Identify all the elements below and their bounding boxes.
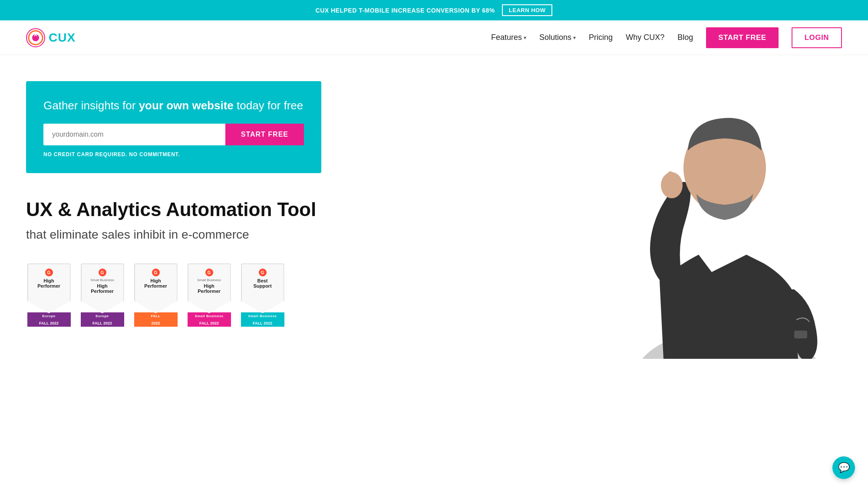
hero-person-image [564,55,868,359]
nav-features[interactable]: Features ▾ [491,33,526,42]
badge-cat-2: Small Business [90,278,114,282]
main-headline: UX & Analytics Automation Tool [26,199,321,220]
badge-main-4: HighPerformer [198,283,221,294]
badge-small-business-high-performer-europe: G Small Business HighPerformer Europe FA… [79,263,125,327]
g2-logo-5: G [259,269,267,276]
badge-best-support-small-business: G BestSupport Small Business FALL 2022 [240,263,285,327]
nav-login-button[interactable]: LOGIN [792,27,842,48]
g2-logo-1: G [45,269,53,276]
svg-rect-8 [794,331,807,338]
left-section: Gather insights for your own website tod… [26,72,321,341]
svg-rect-7 [667,171,673,189]
badge-ribbon-1: Europe [27,312,71,320]
logo[interactable]: CUX [26,28,76,47]
hero-start-free-button[interactable]: START FREE [225,124,304,145]
nav-start-free-button[interactable]: START FREE [706,27,778,48]
top-banner: CUX HELPED T-MOBILE INCREASE CONVERSION … [0,0,868,20]
badge-year-2: FALL 2022 [81,320,124,327]
logo-text: CUX [49,31,76,45]
badge-shape-5: G BestSupport [241,263,284,313]
features-chevron-icon: ▾ [524,35,526,41]
badge-year-1: FALL 2022 [27,320,71,327]
g2-logo-2: G [99,269,106,276]
main-nav: Features ▾ Solutions ▾ Pricing Why CUX? … [491,27,842,48]
badge-shape-3: G HighPerformer [134,263,178,313]
nav-pricing[interactable]: Pricing [589,33,613,42]
learn-how-button[interactable]: LEARN HOW [502,4,553,16]
hero-card-title: Gather insights for your own website tod… [43,98,304,113]
banner-text: CUX HELPED T-MOBILE INCREASE CONVERSION … [316,7,495,14]
person-svg [564,55,868,359]
badge-year-5: FALL 2022 [241,320,284,327]
badges-section: G HighPerformer Europe FALL 2022 G Small… [26,263,321,327]
badge-high-performer-fall: G HighPerformer FALL 2022 [133,263,178,327]
hero-card-form: START FREE [43,124,304,145]
badge-cat-4: Small Business [197,278,221,282]
domain-input[interactable] [43,124,225,145]
badge-ribbon-2: Europe [81,312,124,320]
badge-shape-1: G HighPerformer [27,263,71,313]
nav-solutions[interactable]: Solutions ▾ [539,33,576,42]
badge-year-4: FALL 2022 [188,320,231,327]
hero-card: Gather insights for your own website tod… [26,81,321,173]
badge-main-5: BestSupport [253,278,271,289]
logo-icon [26,28,45,47]
badge-main-1: HighPerformer [37,278,60,289]
badge-shape-2: G Small Business HighPerformer [81,263,124,313]
nav-why-cux[interactable]: Why CUX? [626,33,664,42]
sub-headline: that eliminate sales inhibit in e-commer… [26,228,321,242]
solutions-chevron-icon: ▾ [573,35,576,41]
g2-logo-4: G [205,269,213,276]
svg-point-2 [32,34,39,41]
badge-high-performer-small-business: G Small Business HighPerformer Small Bus… [186,263,232,327]
badge-high-performer-europe-fall: G HighPerformer Europe FALL 2022 [26,263,72,327]
badge-ribbon-4: Small Business [188,312,231,320]
hero-card-disclaimer: NO CREDIT CARD REQUIRED. NO COMMITMENT. [43,151,304,157]
badge-main-3: HighPerformer [144,278,167,289]
g2-logo-3: G [152,269,160,276]
badge-shape-4: G Small Business HighPerformer [188,263,231,313]
main-content: Gather insights for your own website tod… [0,55,868,359]
badge-ribbon-5: Small Business [241,312,284,320]
badge-ribbon-3: FALL [134,312,178,320]
nav-blog[interactable]: Blog [677,33,693,42]
header: CUX Features ▾ Solutions ▾ Pricing Why C… [0,20,868,55]
badge-year-3: 2022 [134,320,178,327]
badge-main-2: HighPerformer [91,283,114,294]
